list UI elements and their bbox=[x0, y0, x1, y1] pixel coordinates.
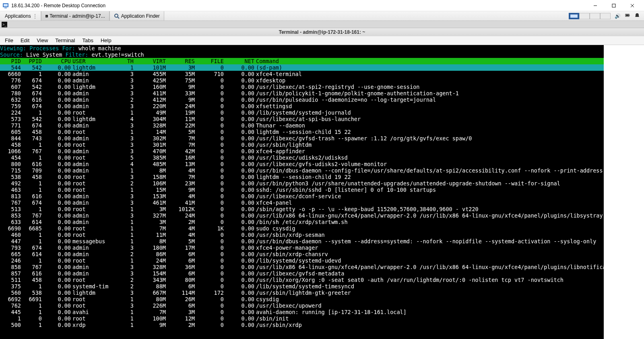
column-header[interactable]: FILE bbox=[195, 58, 224, 64]
cell: 9M bbox=[166, 84, 195, 90]
terminal-icon: >_ bbox=[45, 13, 48, 19]
cell: 0.00 bbox=[42, 270, 71, 277]
cell: 458 bbox=[21, 277, 42, 283]
process-row[interactable]: 666010.00admin3455M35M7100.00xfce4-termi… bbox=[0, 71, 604, 77]
cell: 19M bbox=[166, 109, 195, 116]
workspace-1[interactable] bbox=[569, 13, 579, 19]
process-row[interactable]: 45810.00root3301M7M00.00/usr/sbin/lightd… bbox=[0, 142, 604, 148]
maximize-button[interactable] bbox=[605, 0, 623, 11]
workspace-4[interactable] bbox=[600, 13, 611, 19]
process-row[interactable]: 37510.00systemd-tim288M6M00.00/lib/syste… bbox=[0, 283, 604, 290]
process-row[interactable]: 5735420.00lightdm4304M11M00.00/usr/libex… bbox=[0, 116, 604, 122]
cell: 7M bbox=[166, 142, 195, 148]
process-row[interactable]: 24610.00root124M6M00.00/lib/systemd/syst… bbox=[0, 257, 604, 264]
process-row[interactable]: 7806740.00admin3411M33M00.00/usr/lib/pol… bbox=[0, 90, 604, 97]
workspace-switcher[interactable] bbox=[569, 13, 611, 19]
cell: 0.00 bbox=[42, 296, 71, 302]
process-row[interactable]: 7157090.00admin18M4M00.00/usr/bin/dbus-d… bbox=[0, 167, 604, 174]
process-row[interactable]: 5445420.00lightdm1101M3M00.00(sd-pam) bbox=[0, 64, 604, 71]
cell: 0.00 bbox=[224, 109, 254, 116]
process-row[interactable]: 5384580.00root3158M7M00.00lightdm --sess… bbox=[0, 174, 604, 180]
volume-icon[interactable]: 🔊 bbox=[615, 13, 621, 19]
process-row[interactable]: 8136160.00admin3153M4M00.00/usr/libexec/… bbox=[0, 193, 604, 199]
column-header[interactable]: RES bbox=[166, 58, 195, 64]
menu-view[interactable]: View bbox=[33, 37, 51, 44]
process-row[interactable]: 7936740.00admin3180M17M00.00xfce4-power-… bbox=[0, 244, 604, 251]
cell: 1 bbox=[21, 154, 42, 161]
process-row[interactable]: 45410.00root5385M16M00.00/usr/libexec/ud… bbox=[0, 154, 604, 161]
cell: 11M bbox=[134, 232, 166, 238]
cell: 743 bbox=[21, 135, 42, 142]
process-row[interactable]: 7716740.00admin3328M22M00.00Thunar --dae… bbox=[0, 122, 604, 129]
workspace-2[interactable] bbox=[579, 13, 590, 19]
battery-icon[interactable] bbox=[625, 12, 630, 19]
process-row[interactable]: 669066850.00root17M4M1K0.00sudo csysdig bbox=[0, 225, 604, 232]
column-header[interactable]: Command bbox=[254, 58, 604, 64]
workspace-3[interactable] bbox=[590, 13, 600, 19]
process-row[interactable]: 6054580.00root114M5M00.00lightdm --sessi… bbox=[0, 129, 604, 135]
taskbar-item-appfinder[interactable]: Application Finder bbox=[109, 11, 164, 21]
process-row[interactable]: 50010.00xrdp19M2M00.00/usr/sbin/xrdp bbox=[0, 322, 604, 328]
process-row[interactable]: 6336140.00admin13M2M00.00/bin/sh /etc/xr… bbox=[0, 219, 604, 225]
cell: 0.00 bbox=[224, 90, 254, 97]
process-row[interactable]: 8576160.00admin3154M6M00.00/usr/libexec/… bbox=[0, 270, 604, 277]
minimize-button[interactable] bbox=[586, 0, 605, 11]
process-row[interactable]: 46310.00root115M9M00.00sshd: /usr/sbin/s… bbox=[0, 187, 604, 193]
process-row[interactable]: 5605380.00lightdm3667M114M1720.00/usr/sb… bbox=[0, 290, 604, 296]
cell: 1 bbox=[21, 180, 42, 187]
process-row[interactable]: 8447430.00admin3302M7M00.00/usr/libexec/… bbox=[0, 135, 604, 142]
terminal-window-titlebar[interactable]: Terminal - admin@ip-172-31-18-161: ~ bbox=[0, 28, 644, 36]
cell: 0.00 bbox=[42, 161, 71, 167]
menu-help[interactable]: Help bbox=[97, 37, 115, 44]
cell: avahi bbox=[71, 309, 111, 315]
menu-file[interactable]: File bbox=[2, 37, 17, 44]
process-row[interactable]: 44710.00messagebus18M5M00.00/usr/bin/dbu… bbox=[0, 238, 604, 244]
process-row[interactable]: 49210.00root2106M23M00.00/usr/bin/python… bbox=[0, 180, 604, 187]
process-row[interactable]: 8587670.00admin3328M36M00.00/usr/lib/x86… bbox=[0, 264, 604, 270]
process-row[interactable]: 51310.00root13M1012K00.00/sbin/agetty -o… bbox=[0, 206, 604, 212]
taskbar-item-terminal[interactable]: >_ Terminal - admin@ip-17... bbox=[41, 11, 109, 21]
terminal-launcher-icon[interactable]: >_ bbox=[2, 22, 7, 27]
cell: 0.00 bbox=[224, 212, 254, 219]
menu-edit[interactable]: Edit bbox=[17, 37, 33, 44]
column-header[interactable]: NET bbox=[224, 58, 254, 64]
process-row[interactable]: 669266910.00root180M26M00.00csysdig bbox=[0, 296, 604, 302]
cell: root bbox=[71, 277, 111, 283]
notification-icon[interactable] bbox=[634, 12, 640, 19]
process-row[interactable]: 6656140.00admin286M6M00.00/usr/sbin/xrdp… bbox=[0, 251, 604, 257]
process-row[interactable]: 44510.00avahi17M3M00.00avahi-daemon: run… bbox=[0, 309, 604, 315]
process-row[interactable]: 46010.00root111M4M00.00/usr/sbin/xrdp-se… bbox=[0, 232, 604, 238]
cell: 0 bbox=[195, 167, 224, 174]
column-header[interactable]: CPU bbox=[42, 58, 71, 64]
process-row[interactable]: 10667670.00admin3470M42M00.00xfce4-appfi… bbox=[0, 148, 604, 154]
process-row[interactable]: 7676740.00admin3461M41M00.00xfce4-panel bbox=[0, 199, 604, 206]
process-row[interactable]: 8537670.00admin3327M24M00.00/usr/lib/x86… bbox=[0, 212, 604, 219]
process-row[interactable]: 5114580.00root2343M80M00.00/usr/lib/xorg… bbox=[0, 277, 604, 283]
cell: admin bbox=[71, 244, 111, 251]
close-button[interactable] bbox=[623, 0, 642, 11]
column-header[interactable]: VIRT bbox=[134, 58, 166, 64]
column-header[interactable]: USER bbox=[71, 58, 111, 64]
column-header-row[interactable]: PIDPPIDCPUUSERTHVIRTRESFILENETCommand bbox=[0, 58, 604, 64]
cell: 0 bbox=[195, 154, 224, 161]
column-header[interactable]: TH bbox=[111, 58, 134, 64]
cell: 5M bbox=[166, 129, 195, 135]
cell: /usr/libexec/gvfsd-metadata bbox=[254, 270, 604, 277]
process-row[interactable]: 100.00root1100M12M00.00/sbin/init bbox=[0, 315, 604, 322]
cell: 1 bbox=[0, 315, 21, 322]
column-header[interactable]: PID bbox=[0, 58, 21, 64]
process-row[interactable]: 22410.00root149M19M00.00/lib/systemd/sys… bbox=[0, 109, 604, 116]
applications-menu[interactable]: Applications ⋮ bbox=[0, 11, 41, 21]
column-header[interactable]: PPID bbox=[21, 58, 42, 64]
menu-terminal[interactable]: Terminal bbox=[52, 37, 78, 44]
process-row[interactable]: 7596740.00admin3220M24M00.00xfsettingsd bbox=[0, 103, 604, 109]
process-row[interactable]: 6075420.00lightdm3160M9M00.00/usr/libexe… bbox=[0, 84, 604, 90]
cell: 0.00 bbox=[224, 77, 254, 84]
process-row[interactable]: 7766740.00admin3425M75M00.00xfdesktop bbox=[0, 77, 604, 84]
cell: 458 bbox=[21, 129, 42, 135]
menu-tabs[interactable]: Tabs bbox=[79, 37, 96, 44]
process-row[interactable]: 8006160.00admin4485M13M00.00/usr/libexec… bbox=[0, 161, 604, 167]
process-row[interactable]: 6326160.00admin2412M9M00.00/usr/bin/puls… bbox=[0, 97, 604, 103]
terminal-output[interactable]: Viewing: Processes For: whole machineSou… bbox=[0, 45, 604, 339]
process-row[interactable]: 76210.00root3226M6M00.00/usr/libexec/upo… bbox=[0, 302, 604, 309]
